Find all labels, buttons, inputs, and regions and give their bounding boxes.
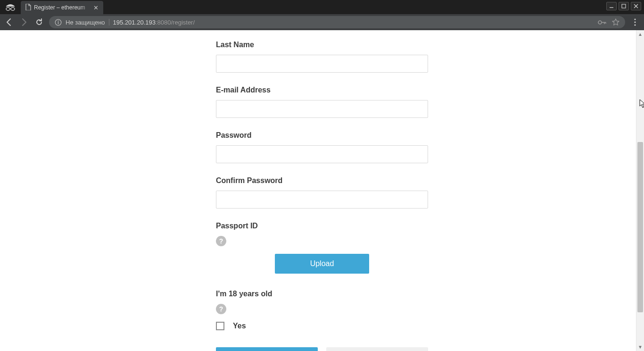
separator	[109, 19, 109, 25]
svg-point-9	[598, 21, 602, 24]
tab-title: Register – ethereum	[34, 4, 91, 11]
page-viewport: Last Name E-mail Address Password Confir…	[0, 30, 644, 351]
register-form: Last Name E-mail Address Password Confir…	[216, 30, 428, 351]
tab-strip: Register – ethereum ✕	[0, 0, 644, 14]
email-label: E-mail Address	[216, 86, 428, 94]
password-input[interactable]	[216, 145, 428, 163]
reload-button[interactable]	[34, 17, 44, 27]
url-display: 195.201.20.193:8080/register/	[113, 19, 195, 26]
confirm-password-label: Confirm Password	[216, 176, 428, 185]
security-status: Не защищено	[66, 19, 105, 26]
vertical-scrollbar[interactable]: ▲ ▼	[636, 30, 644, 351]
password-label: Password	[216, 131, 428, 140]
age-confirmation-label: I'm 18 years old	[216, 290, 428, 298]
incognito-icon	[0, 0, 21, 14]
tab-close-icon[interactable]: ✕	[93, 4, 99, 11]
bookmark-star-icon[interactable]	[612, 18, 619, 26]
scroll-track[interactable]	[636, 38, 644, 343]
password-field: Password	[216, 131, 428, 163]
scroll-up-arrow[interactable]: ▲	[636, 30, 644, 38]
scroll-down-arrow[interactable]: ▼	[636, 343, 644, 351]
browser-menu-button[interactable]	[630, 18, 640, 26]
toolbar: Не защищено 195.201.20.193:8080/register…	[0, 14, 644, 30]
window-controls	[606, 2, 641, 10]
browser-chrome: Register – ethereum ✕	[0, 0, 644, 30]
last-name-label: Last Name	[216, 41, 428, 49]
help-icon[interactable]: ?	[216, 236, 226, 246]
forward-button[interactable]	[19, 17, 29, 27]
confirm-password-input[interactable]	[216, 191, 428, 209]
url-path: :8080/register/	[156, 19, 195, 26]
svg-point-1	[11, 8, 15, 10]
upload-button[interactable]: Upload	[275, 254, 369, 274]
passport-id-field: Passport ID ? Upload	[216, 222, 428, 274]
passport-id-label: Passport ID	[216, 222, 428, 230]
email-field: E-mail Address	[216, 86, 428, 118]
age-checkbox-label: Yes	[233, 322, 246, 330]
svg-point-15	[634, 24, 636, 25]
last-name-field: Last Name	[216, 41, 428, 73]
age-checkbox[interactable]	[216, 322, 224, 330]
svg-point-7	[58, 20, 59, 21]
form-actions: Register Login	[216, 347, 428, 351]
age-confirmation-field: I'm 18 years old ? Yes	[216, 290, 428, 330]
active-tab[interactable]: Register – ethereum ✕	[21, 1, 103, 14]
last-name-input[interactable]	[216, 55, 428, 73]
help-icon[interactable]: ?	[216, 304, 226, 314]
scroll-thumb[interactable]	[637, 142, 643, 313]
back-button[interactable]	[4, 17, 14, 27]
window-maximize-button[interactable]	[619, 2, 629, 10]
svg-rect-8	[58, 22, 58, 24]
key-icon[interactable]	[598, 20, 606, 25]
info-icon[interactable]	[55, 19, 62, 26]
register-button[interactable]: Register	[216, 347, 318, 351]
cursor-icon	[639, 99, 644, 109]
window-minimize-button[interactable]	[606, 2, 617, 10]
svg-point-13	[634, 18, 636, 20]
svg-point-0	[6, 8, 10, 10]
confirm-password-field: Confirm Password	[216, 176, 428, 209]
url-host: 195.201.20.193	[113, 19, 156, 26]
address-bar[interactable]: Не защищено 195.201.20.193:8080/register…	[49, 16, 625, 28]
svg-point-14	[634, 21, 636, 23]
svg-rect-3	[622, 4, 626, 8]
page-icon	[25, 4, 31, 12]
login-button[interactable]: Login	[326, 347, 428, 351]
window-close-button[interactable]	[631, 2, 641, 10]
email-input[interactable]	[216, 100, 428, 118]
